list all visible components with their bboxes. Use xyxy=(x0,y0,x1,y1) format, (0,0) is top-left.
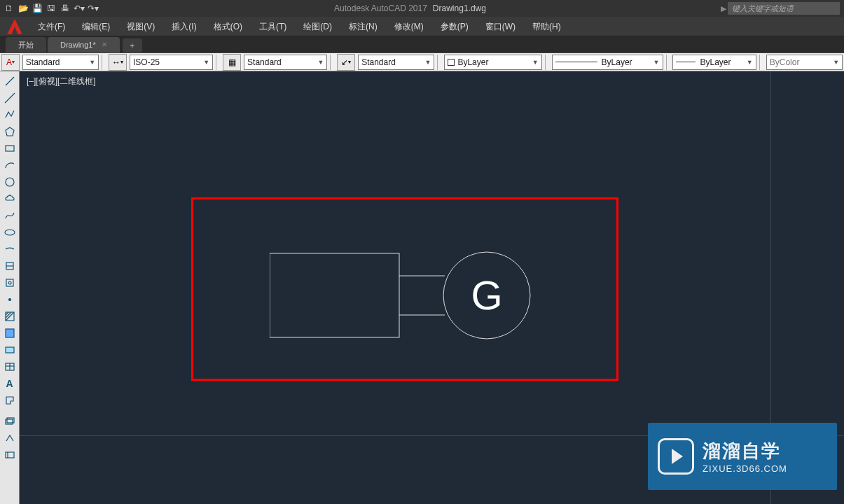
draw-tool-palette: A xyxy=(0,71,20,504)
watermark-logo: 溜溜自学 ZIXUE.3D66.COM xyxy=(648,423,837,490)
title-text: Autodesk AutoCAD 2017Drawing1.dwg xyxy=(99,4,721,13)
close-icon[interactable]: ✕ xyxy=(102,37,107,52)
lineweight-dropdown[interactable]: ByLayer▼ xyxy=(672,55,756,70)
viewport-label[interactable]: [–][俯视][二维线框] xyxy=(27,76,96,88)
xline-tool[interactable] xyxy=(1,90,18,106)
menu-draw[interactable]: 绘图(D) xyxy=(295,17,340,36)
point-tool[interactable] xyxy=(1,292,18,307)
circle-tool[interactable] xyxy=(1,174,18,190)
ellipse-tool[interactable] xyxy=(1,225,18,240)
textstyle-dropdown[interactable]: Standard▼ xyxy=(22,55,99,70)
gradient-tool[interactable] xyxy=(1,326,18,341)
mleader-dropdown[interactable]: Standard▼ xyxy=(358,55,434,70)
qat-saveas-icon[interactable]: 🖫 xyxy=(45,2,57,15)
menu-format[interactable]: 格式(O) xyxy=(205,17,251,36)
layer-props-tool[interactable] xyxy=(1,414,18,429)
qat-new-icon[interactable]: 🗋 xyxy=(3,2,15,15)
menu-modify[interactable]: 修改(M) xyxy=(386,17,432,36)
addselected-tool[interactable] xyxy=(1,393,18,408)
svg-rect-24 xyxy=(270,253,399,337)
menu-help[interactable]: 帮助(H) xyxy=(524,17,569,36)
menu-parametric[interactable]: 参数(P) xyxy=(432,17,477,36)
line-tool[interactable] xyxy=(1,74,18,89)
svg-point-9 xyxy=(8,281,11,284)
menu-dimension[interactable]: 标注(N) xyxy=(340,17,386,36)
cad-drawing-content: G xyxy=(270,246,550,344)
menu-insert[interactable]: 插入(I) xyxy=(163,17,205,36)
menu-file[interactable]: 文件(F) xyxy=(29,17,74,36)
svg-point-4 xyxy=(6,178,14,186)
dimstyle-dropdown[interactable]: ISO-25▼ xyxy=(130,55,213,70)
svg-line-0 xyxy=(6,77,14,85)
svg-point-5 xyxy=(5,230,15,235)
mleader-icon[interactable]: ↙▾ xyxy=(337,54,355,71)
polyline-tool[interactable] xyxy=(1,107,18,122)
svg-line-1 xyxy=(5,93,15,103)
tab-drawing[interactable]: Drawing1* ✕ xyxy=(48,37,120,52)
circle-text: G xyxy=(471,272,502,318)
block-insert-tool[interactable] xyxy=(1,258,18,274)
menu-window[interactable]: 窗口(W) xyxy=(477,17,524,36)
menu-tools[interactable]: 工具(T) xyxy=(251,17,295,36)
svg-point-10 xyxy=(8,299,11,301)
qat-redo-icon[interactable]: ↷▾ xyxy=(87,2,99,15)
drawing-canvas[interactable]: [–][俯视][二维线框] G 溜溜自学 ZIXUE.3D66.COM xyxy=(20,71,844,504)
watermark-url: ZIXUE.3D66.COM xyxy=(703,463,787,474)
tab-start[interactable]: 开始 xyxy=(6,37,46,52)
chevron-right-icon: ▶ xyxy=(721,4,726,13)
arc-tool[interactable] xyxy=(1,158,18,173)
spline-tool[interactable] xyxy=(1,208,18,223)
region-tool[interactable] xyxy=(1,342,18,358)
svg-marker-2 xyxy=(6,127,14,136)
svg-rect-16 xyxy=(6,347,14,353)
qat-undo-icon[interactable]: ↶▾ xyxy=(73,2,85,15)
mtext-tool[interactable]: A xyxy=(1,376,18,391)
watermark-title: 溜溜自学 xyxy=(703,439,787,463)
layer-color-dropdown[interactable]: ByLayer▼ xyxy=(444,55,541,70)
rectangle-tool[interactable] xyxy=(1,141,18,156)
svg-line-12 xyxy=(6,312,8,315)
qat-print-icon[interactable]: 🖶 xyxy=(59,2,71,15)
hatch-tool[interactable] xyxy=(1,309,18,324)
block-make-tool[interactable] xyxy=(1,275,18,290)
play-icon xyxy=(658,438,694,475)
dimstyle-icon[interactable]: ↔▾ xyxy=(109,54,127,71)
qat-save-icon[interactable]: 💾 xyxy=(31,2,43,15)
linetype-dropdown[interactable]: ByLayer▼ xyxy=(552,55,663,70)
svg-rect-15 xyxy=(6,329,14,337)
svg-rect-8 xyxy=(6,279,13,286)
svg-rect-22 xyxy=(6,452,14,458)
menu-view[interactable]: 视图(V) xyxy=(118,17,163,36)
textstyle-icon[interactable]: A▾ xyxy=(1,54,20,71)
app-logo[interactable] xyxy=(0,17,29,36)
ellipse-arc-tool[interactable] xyxy=(1,241,18,257)
tab-new[interactable]: + xyxy=(123,38,142,52)
tablestyle-icon[interactable]: ▦ xyxy=(223,54,241,71)
polygon-tool[interactable] xyxy=(1,124,18,139)
plotcolor-dropdown[interactable]: ByColor▼ xyxy=(766,55,843,70)
table-tool[interactable] xyxy=(1,359,18,374)
qat-open-icon[interactable]: 📂 xyxy=(17,2,29,15)
layer-match-tool[interactable] xyxy=(1,430,18,446)
revcloud-tool[interactable] xyxy=(1,191,18,206)
menu-edit[interactable]: 编辑(E) xyxy=(74,17,118,36)
tablestyle-dropdown[interactable]: Standard▼ xyxy=(244,55,327,70)
search-input[interactable]: 键入关键字或短语 xyxy=(728,2,840,15)
layer-iso-tool[interactable] xyxy=(1,447,18,463)
svg-rect-3 xyxy=(6,146,14,151)
svg-line-13 xyxy=(6,312,11,318)
